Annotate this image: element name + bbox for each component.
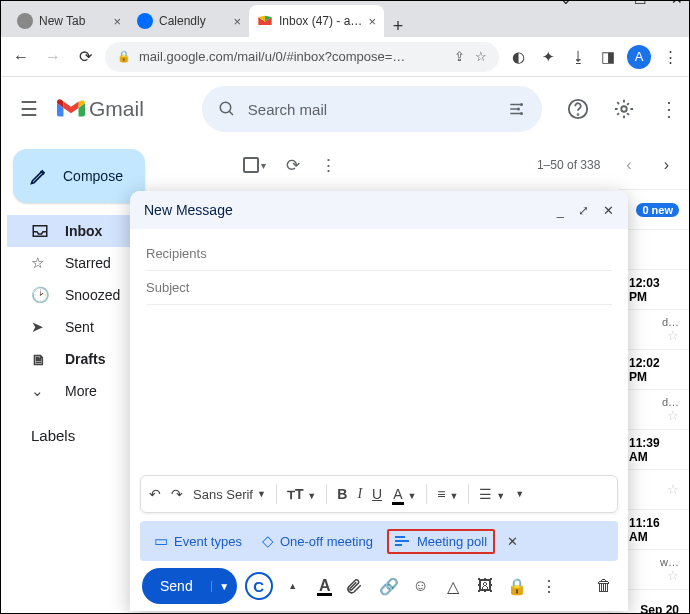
window-maximize-icon[interactable]: ☐ xyxy=(634,0,647,7)
calendly-dropdown-icon[interactable]: ▲ xyxy=(281,581,305,591)
more-format-button[interactable]: ▼ xyxy=(515,489,524,499)
more-button[interactable]: ⋮ xyxy=(320,155,337,176)
gmail-logo[interactable]: Gmail xyxy=(57,97,144,121)
mail-row[interactable]: d…☆ xyxy=(619,389,689,429)
calendly-meeting-poll-button[interactable]: Meeting poll xyxy=(387,529,495,554)
minimize-compose-icon[interactable]: _ xyxy=(557,203,564,218)
compose-actions: Send ▼ C ▲ A 🔗 ☺ △ 🖼 🔒 ⋮ 🗑 xyxy=(130,561,628,611)
insert-photo-button[interactable]: 🖼 xyxy=(473,577,497,595)
browser-tab-newtab[interactable]: New Tab × xyxy=(9,5,129,37)
formatting-toggle-button[interactable]: A xyxy=(313,577,337,596)
mail-row[interactable]: 0 new xyxy=(619,189,689,229)
select-all-checkbox[interactable]: ▾ xyxy=(243,157,266,173)
insert-drive-button[interactable]: △ xyxy=(441,577,465,596)
compose-button[interactable]: Compose xyxy=(13,149,145,203)
bold-button[interactable]: B xyxy=(337,486,347,502)
window-minimize-icon[interactable]: — xyxy=(596,0,610,7)
underline-button[interactable]: U xyxy=(372,486,382,502)
tab-close-icon[interactable]: × xyxy=(233,14,241,29)
insert-emoji-button[interactable]: ☺ xyxy=(409,577,433,595)
font-family-dropdown[interactable]: Sans Serif ▼ xyxy=(193,487,266,502)
insert-link-button[interactable]: 🔗 xyxy=(377,577,401,596)
row-sub: w… xyxy=(660,556,679,568)
share-icon[interactable]: ⇪ xyxy=(454,49,465,64)
pagination-count[interactable]: 1–50 of 338 xyxy=(537,158,600,172)
redo-button[interactable]: ↷ xyxy=(171,486,183,502)
window-close-icon[interactable]: ✕ xyxy=(671,0,683,7)
calendly-icon[interactable]: C xyxy=(245,572,273,600)
star-icon[interactable]: ☆ xyxy=(667,408,679,423)
attach-file-button[interactable] xyxy=(345,577,369,595)
italic-button[interactable]: I xyxy=(357,486,362,502)
star-icon[interactable]: ☆ xyxy=(667,482,679,497)
downloads-icon[interactable]: ⭳ xyxy=(567,48,589,65)
mail-row[interactable]: 12:03 PM xyxy=(619,269,689,309)
close-compose-icon[interactable]: ✕ xyxy=(603,203,614,218)
calendly-bar-close-icon[interactable]: ✕ xyxy=(507,534,518,549)
star-icon[interactable]: ☆ xyxy=(667,328,679,343)
reload-button[interactable]: ⟳ xyxy=(73,47,97,66)
compose-title: New Message xyxy=(144,202,543,218)
send-options-dropdown[interactable]: ▼ xyxy=(211,581,237,592)
bookmark-icon[interactable]: ☆ xyxy=(475,49,487,64)
confidential-mode-button[interactable]: 🔒 xyxy=(505,577,529,596)
chevron-down-icon[interactable]: ▾ xyxy=(261,160,266,171)
compose-editor[interactable] xyxy=(146,305,612,467)
forward-button[interactable]: → xyxy=(41,48,65,66)
subject-field[interactable]: Subject xyxy=(146,271,612,305)
extensions-icon[interactable]: ✦ xyxy=(537,48,559,66)
row-time: 12:02 PM xyxy=(629,356,679,384)
align-button[interactable]: ≡ ▼ xyxy=(437,486,458,502)
search-bar[interactable]: Search mail xyxy=(202,86,542,132)
compose-header[interactable]: New Message _ ⤢ ✕ xyxy=(130,191,628,229)
address-bar[interactable]: 🔒 mail.google.com/mail/u/0/#inbox?compos… xyxy=(105,42,499,72)
next-page-button[interactable]: › xyxy=(658,156,675,174)
browser-tab-gmail[interactable]: Inbox (47) - a… × xyxy=(249,5,384,37)
calendly-event-types-button[interactable]: ▭ Event types xyxy=(148,529,248,553)
main-menu-icon[interactable]: ☰ xyxy=(15,97,43,121)
window-dropdown-icon[interactable]: ⌄ xyxy=(560,0,572,7)
search-options-icon[interactable] xyxy=(508,100,526,118)
updates-icon[interactable]: ◐ xyxy=(507,48,529,66)
list-button[interactable]: ☰ ▼ xyxy=(479,486,505,502)
mail-row[interactable]: 12:02 PM xyxy=(619,349,689,389)
lock-icon: 🔒 xyxy=(117,50,131,63)
fullscreen-compose-icon[interactable]: ⤢ xyxy=(578,203,589,218)
mail-row[interactable] xyxy=(619,229,689,269)
menu-icon[interactable]: ⋮ xyxy=(659,48,681,66)
svg-point-0 xyxy=(220,102,231,113)
star-icon[interactable]: ☆ xyxy=(667,568,679,583)
back-button[interactable]: ← xyxy=(9,48,33,66)
recipients-field[interactable]: Recipients xyxy=(146,237,612,271)
nav-label: More xyxy=(65,383,97,399)
send-button[interactable]: Send ▼ xyxy=(142,568,237,604)
mail-row[interactable]: d…☆ xyxy=(619,309,689,349)
mail-row[interactable]: Sep 20 xyxy=(619,589,689,614)
discard-draft-button[interactable]: 🗑 xyxy=(592,577,616,595)
tab-close-icon[interactable]: × xyxy=(113,14,121,29)
prev-page-button[interactable]: ‹ xyxy=(620,156,637,174)
mail-row[interactable]: ☆ xyxy=(619,469,689,509)
tab-close-icon[interactable]: × xyxy=(368,14,376,29)
new-tab-button[interactable]: + xyxy=(384,16,412,37)
font-size-button[interactable]: ᴛT ▼ xyxy=(287,486,316,502)
calendly-oneoff-button[interactable]: ◇ One-off meeting xyxy=(256,529,379,553)
panel-icon[interactable]: ◨ xyxy=(597,48,619,66)
gmail-favicon-icon xyxy=(257,13,273,29)
text-color-button[interactable]: A ▼ xyxy=(392,486,416,502)
apps-icon[interactable]: ⋮⋮ xyxy=(659,97,677,121)
help-icon[interactable] xyxy=(567,98,605,120)
profile-avatar[interactable]: A xyxy=(627,45,651,69)
gmail-logo-icon xyxy=(57,98,85,120)
gmail-header: ☰ Gmail Search mail ⋮⋮ xyxy=(1,77,689,141)
mail-row[interactable]: w…☆ xyxy=(619,549,689,589)
more-options-button[interactable]: ⋮ xyxy=(537,577,561,596)
settings-icon[interactable] xyxy=(613,98,651,120)
refresh-button[interactable]: ⟳ xyxy=(286,155,300,176)
undo-button[interactable]: ↶ xyxy=(149,486,161,502)
browser-tab-calendly[interactable]: Calendly × xyxy=(129,5,249,37)
new-badge: 0 new xyxy=(636,203,679,217)
mail-row[interactable]: 11:39 AM xyxy=(619,429,689,469)
svg-rect-4 xyxy=(510,113,521,115)
mail-row[interactable]: 11:16 AM xyxy=(619,509,689,549)
